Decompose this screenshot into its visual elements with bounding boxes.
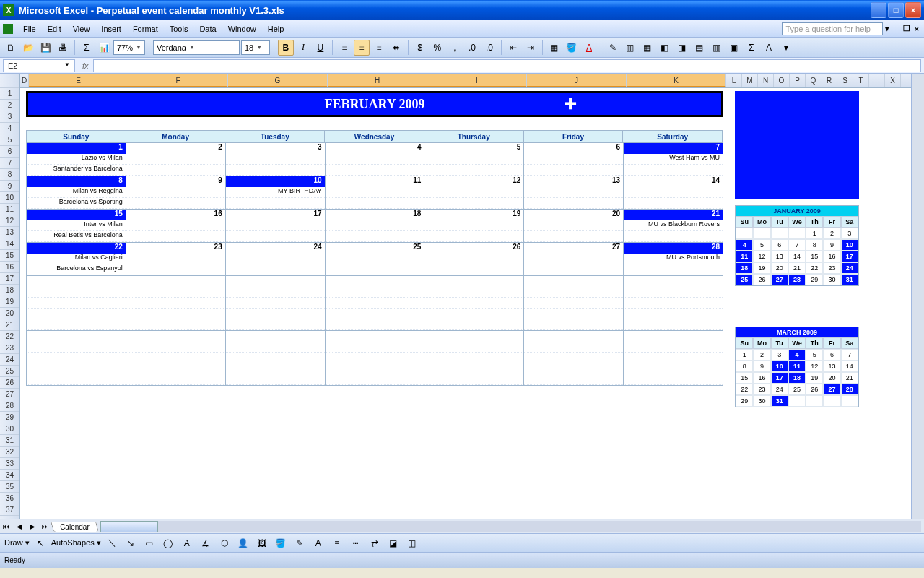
align-center-icon[interactable]: ≡ bbox=[354, 40, 370, 56]
mini-day-cell[interactable] bbox=[788, 228, 806, 239]
col-header[interactable]: T bbox=[853, 74, 869, 87]
calendar-day-cell[interactable]: 16 bbox=[126, 210, 226, 243]
open-icon[interactable]: 📂 bbox=[20, 40, 36, 56]
mini-day-cell[interactable]: 14 bbox=[788, 251, 806, 262]
col-header[interactable]: O bbox=[774, 74, 790, 87]
row-header[interactable]: 30 bbox=[0, 423, 19, 435]
mini-day-cell[interactable]: 12 bbox=[753, 251, 770, 262]
col-header[interactable]: N bbox=[758, 74, 774, 87]
row-header[interactable]: 16 bbox=[0, 262, 19, 273]
col-header[interactable]: H bbox=[328, 74, 427, 87]
calendar-day-cell[interactable]: 23 bbox=[126, 243, 226, 276]
mini-day-cell[interactable]: 21 bbox=[841, 372, 858, 384]
mini-day-cell[interactable]: 8 bbox=[806, 239, 823, 251]
mini-day-cell[interactable]: 27 bbox=[823, 384, 840, 395]
row-header[interactable]: 25 bbox=[0, 366, 19, 377]
mini-day-cell[interactable]: 29 bbox=[736, 395, 753, 407]
mini-day-cell[interactable]: 2 bbox=[823, 228, 840, 239]
calendar-day-cell[interactable] bbox=[226, 331, 326, 386]
misc-icon[interactable]: Σ bbox=[744, 40, 759, 56]
mini-day-cell[interactable]: 2 bbox=[753, 349, 770, 361]
calendar-day-cell[interactable]: 2 bbox=[126, 143, 226, 176]
mini-day-cell[interactable]: 18 bbox=[788, 372, 806, 384]
misc-icon[interactable]: ▾ bbox=[778, 40, 794, 56]
zoom-combo[interactable]: 77%▼ bbox=[113, 40, 145, 55]
font-size-combo[interactable]: 18▼ bbox=[241, 40, 270, 55]
autoshapes-menu[interactable]: AutoShapes ▾ bbox=[51, 538, 101, 548]
fill-color-icon[interactable]: 🪣 bbox=[564, 40, 580, 56]
save-icon[interactable]: 💾 bbox=[38, 40, 53, 56]
calendar-day-cell[interactable]: 27 bbox=[524, 243, 624, 276]
mini-day-cell[interactable]: 18 bbox=[736, 262, 753, 274]
doc-close-button[interactable]: × bbox=[912, 25, 921, 33]
calendar-day-cell[interactable]: 9 bbox=[126, 176, 226, 210]
col-header[interactable]: K bbox=[627, 74, 726, 87]
row-header[interactable]: 26 bbox=[0, 377, 19, 389]
mini-day-cell[interactable]: 24 bbox=[771, 384, 788, 395]
mini-day-cell[interactable]: 24 bbox=[841, 262, 858, 274]
calendar-day-cell[interactable]: 1Lazio vs MilanSantander vs Barcelona bbox=[27, 143, 126, 176]
arrow-style-icon[interactable]: ⇄ bbox=[367, 535, 383, 551]
row-header[interactable]: 23 bbox=[0, 342, 19, 354]
calendar-day-cell[interactable] bbox=[126, 331, 226, 386]
row-header[interactable]: 1 bbox=[0, 88, 19, 100]
calendar-day-cell[interactable]: 15Inter vs MilanReal Betis vs Barcelona bbox=[27, 210, 126, 243]
draw-menu[interactable]: Draw ▾ bbox=[4, 538, 30, 548]
oval-icon[interactable]: ◯ bbox=[160, 535, 176, 551]
increase-decimal-icon[interactable]: .0 bbox=[464, 40, 480, 56]
calendar-day-cell[interactable]: 17 bbox=[226, 210, 326, 243]
mini-day-cell[interactable]: 11 bbox=[736, 251, 753, 262]
arrow-icon[interactable]: ↘ bbox=[123, 535, 139, 551]
col-header[interactable]: Q bbox=[806, 74, 821, 87]
tab-next-icon[interactable]: ▶ bbox=[26, 522, 39, 530]
row-header[interactable]: 37 bbox=[0, 504, 19, 516]
mini-day-cell[interactable]: 23 bbox=[823, 262, 840, 274]
mini-day-cell[interactable] bbox=[771, 228, 788, 239]
comma-icon[interactable]: , bbox=[447, 40, 463, 56]
picture-icon[interactable]: 🖼 bbox=[254, 535, 270, 551]
col-header[interactable]: M bbox=[742, 74, 758, 87]
mini-day-cell[interactable]: 3 bbox=[771, 349, 788, 361]
row-header[interactable]: 36 bbox=[0, 493, 19, 504]
calendar-day-cell[interactable]: 7West Ham vs MU bbox=[624, 143, 723, 176]
calendar-day-cell[interactable]: 14 bbox=[624, 176, 723, 210]
calendar-day-cell[interactable]: 11 bbox=[326, 176, 425, 210]
mini-day-cell[interactable]: 19 bbox=[806, 372, 823, 384]
line-style-icon[interactable]: ≡ bbox=[329, 535, 345, 551]
calendar-day-cell[interactable] bbox=[424, 331, 524, 386]
italic-button[interactable]: I bbox=[295, 40, 311, 56]
mini-day-cell[interactable]: 26 bbox=[753, 274, 770, 285]
col-header[interactable]: I bbox=[427, 74, 527, 87]
menu-view[interactable]: View bbox=[67, 22, 96, 35]
mini-day-cell[interactable]: 29 bbox=[806, 274, 823, 285]
mini-day-cell[interactable]: 5 bbox=[753, 239, 770, 251]
row-header[interactable]: 10 bbox=[0, 192, 19, 204]
col-header[interactable]: J bbox=[527, 74, 627, 87]
align-left-icon[interactable]: ≡ bbox=[336, 40, 352, 56]
doc-restore-button[interactable]: ❐ bbox=[901, 24, 912, 33]
select-all-button[interactable] bbox=[0, 74, 19, 88]
help-dropdown-icon[interactable]: ▾ bbox=[883, 24, 892, 33]
fx-icon[interactable]: fx bbox=[78, 61, 93, 70]
row-header[interactable]: 19 bbox=[0, 296, 19, 308]
row-header[interactable]: 22 bbox=[0, 331, 19, 342]
col-header[interactable]: R bbox=[821, 74, 837, 87]
row-header[interactable]: 14 bbox=[0, 238, 19, 250]
bold-button[interactable]: B bbox=[278, 40, 294, 56]
misc-icon[interactable]: ▣ bbox=[726, 40, 742, 56]
row-header[interactable]: 8 bbox=[0, 169, 19, 181]
row-header[interactable]: 2 bbox=[0, 100, 19, 111]
mini-day-cell[interactable]: 28 bbox=[788, 274, 806, 285]
sum-icon[interactable]: Σ bbox=[79, 40, 95, 56]
col-header[interactable]: G bbox=[228, 74, 328, 87]
increase-indent-icon[interactable]: ⇥ bbox=[523, 40, 539, 56]
mini-day-cell[interactable] bbox=[736, 228, 753, 239]
menu-edit[interactable]: Edit bbox=[42, 22, 67, 35]
mini-day-cell[interactable]: 16 bbox=[753, 372, 770, 384]
mini-day-cell[interactable]: 15 bbox=[736, 372, 753, 384]
misc-icon[interactable]: A bbox=[761, 40, 777, 56]
mini-day-cell[interactable]: 25 bbox=[736, 274, 753, 285]
mini-day-cell[interactable]: 31 bbox=[771, 395, 788, 407]
select-objects-icon[interactable]: ↖ bbox=[32, 535, 48, 551]
misc-icon[interactable]: ▥ bbox=[622, 40, 638, 56]
